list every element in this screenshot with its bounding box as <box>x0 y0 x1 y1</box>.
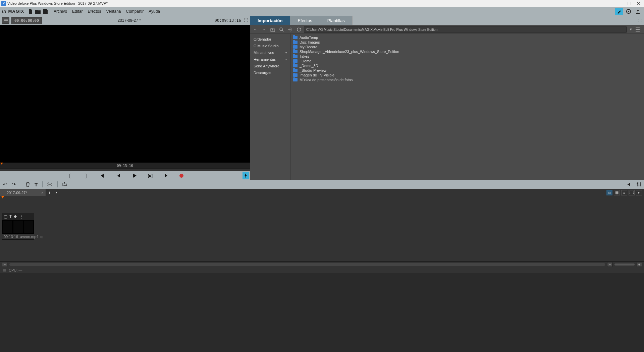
sequence-tab-close[interactable]: × <box>41 191 43 195</box>
path-input[interactable]: C:\Users\G Music Studio\Documents\MAGIX\… <box>304 26 627 33</box>
clip-audio-icon[interactable] <box>14 215 18 219</box>
folder-item[interactable]: _Demo <box>290 59 644 63</box>
view-mode-3[interactable]: ≡ <box>621 190 627 195</box>
menu-efectos[interactable]: Efectos <box>88 9 101 14</box>
tab-efectos[interactable]: Efectos <box>290 16 320 25</box>
mark-out-button[interactable]: ] <box>83 172 90 179</box>
nav-up-button[interactable] <box>269 26 276 33</box>
view-mode-5[interactable]: ▸ <box>636 190 642 195</box>
folder-item[interactable]: My Record <box>290 45 644 49</box>
folder-icon <box>293 45 298 49</box>
close-button[interactable]: ✕ <box>634 1 643 6</box>
view-mode-2[interactable]: ▦ <box>614 190 620 195</box>
minimize-button[interactable]: — <box>616 1 625 6</box>
maximize-button[interactable]: ❐ <box>625 1 634 6</box>
group-button[interactable] <box>62 182 68 187</box>
preview-duration: 00:09:13:16 <box>215 18 241 23</box>
app-icon: V <box>1 1 6 6</box>
redo-button[interactable]: ↷ <box>12 181 16 187</box>
timecode-display[interactable]: 00:00:00:00 <box>11 17 42 24</box>
folder-item[interactable]: Takes <box>290 54 644 59</box>
folder-icon <box>293 41 298 44</box>
folder-icon <box>293 50 298 53</box>
preview-menu-button[interactable] <box>2 17 9 24</box>
nav-back-button[interactable]: ← <box>252 26 259 33</box>
sidebar-g-music-studio[interactable]: G Music Studio <box>250 43 290 49</box>
mixer-button[interactable] <box>637 182 641 187</box>
sidebar-ordenador[interactable]: Ordenador <box>250 36 290 43</box>
view-mode-1[interactable]: ▭ <box>606 190 612 195</box>
view-mode-4[interactable]: ⋮⋮ <box>629 190 635 195</box>
settings-button[interactable] <box>286 26 294 33</box>
zoom-in-button[interactable]: + <box>637 262 642 267</box>
open-folder-button[interactable] <box>34 8 42 15</box>
go-to-end-button[interactable] <box>163 172 170 179</box>
undo-button[interactable]: ↶ <box>3 181 7 187</box>
sequence-dropdown[interactable]: ▾ <box>53 189 59 196</box>
disc-button[interactable] <box>625 8 633 15</box>
preview-filename: 2017-09-27 * <box>44 18 215 23</box>
search-button[interactable] <box>278 26 285 33</box>
sequence-tab[interactable]: 2017-09-27* × <box>0 189 46 196</box>
zoom-out-vertical[interactable]: − <box>2 262 7 267</box>
add-sequence-button[interactable]: + <box>46 189 53 196</box>
zoom-slider[interactable] <box>614 263 635 266</box>
media-panel-expand-button[interactable]: ⛶ <box>636 16 644 25</box>
sidebar-herramientas[interactable]: Herramientas▾ <box>250 56 290 63</box>
preview-scrub-bar[interactable] <box>0 169 250 171</box>
sidebar-mis-archivos[interactable]: Mis archivos▾ <box>250 49 290 56</box>
clip[interactable]: ▢ T ⋮ 09:13:16 aveon.mp4 ⊞ <box>2 213 34 240</box>
tab-plantillas[interactable]: Plantillas <box>320 16 353 25</box>
folder-item[interactable]: AudioTemp <box>290 35 644 40</box>
folder-icon <box>293 64 298 67</box>
clip-title-icon[interactable]: T <box>9 214 12 219</box>
magic-wand-button[interactable] <box>615 8 623 15</box>
sidebar-descargas[interactable]: Descargas <box>250 69 290 76</box>
refresh-icon <box>297 27 301 32</box>
sequence-tabs: 2017-09-27* × + ▾ ▭ ▦ ≡ ⋮⋮ ▸ <box>0 189 644 196</box>
zoom-out-button[interactable]: − <box>607 262 612 267</box>
folder-item[interactable]: _Studio-Preview <box>290 68 644 73</box>
clip-select-icon[interactable]: ▢ <box>4 214 7 219</box>
play-button[interactable] <box>131 172 138 179</box>
clip-more-icon[interactable]: ⋮ <box>20 214 24 219</box>
folder-item[interactable]: _Demo_3D <box>290 63 644 68</box>
refresh-button[interactable] <box>295 26 303 33</box>
record-button[interactable] <box>179 174 183 178</box>
prev-frame-button[interactable] <box>115 172 122 179</box>
menu-items: Archivo Editar Efectos Ventana Compartir… <box>54 9 160 14</box>
timeline-scroll-track[interactable] <box>9 263 605 266</box>
export-button[interactable] <box>634 8 642 15</box>
timeline[interactable]: ▢ T ⋮ 09:13:16 aveon.mp4 ⊞ <box>0 196 644 261</box>
save-button[interactable] <box>42 8 49 15</box>
folder-item[interactable]: Disc Images <box>290 40 644 45</box>
svg-rect-9 <box>639 185 640 185</box>
menu-editar[interactable]: Editar <box>72 9 83 14</box>
fx-toggle-button[interactable] <box>243 172 249 179</box>
view-mode-button[interactable] <box>635 27 643 32</box>
folder-item[interactable]: Música de presentación de fotos <box>290 77 644 82</box>
cut-tool-button[interactable] <box>47 182 53 187</box>
nav-forward-button[interactable]: → <box>260 26 268 33</box>
title-tool-button[interactable]: T <box>35 182 38 187</box>
menu-archivo[interactable]: Archivo <box>54 9 67 14</box>
preview-monitor[interactable] <box>0 25 250 163</box>
path-dropdown[interactable]: ▾ <box>628 27 634 32</box>
new-file-button[interactable] <box>27 8 34 15</box>
mute-button[interactable] <box>627 182 632 187</box>
menu-ayuda[interactable]: Ayuda <box>149 9 160 14</box>
mark-in-button[interactable]: [ <box>67 172 73 179</box>
preview-expand-button[interactable]: ⛶ <box>244 18 248 23</box>
menu-compartir[interactable]: Compartir <box>126 9 144 14</box>
cpu-label: CPU: — <box>9 268 22 272</box>
menu-ventana[interactable]: Ventana <box>106 9 121 14</box>
folder-item[interactable]: Imagen de TV Visible <box>290 73 644 77</box>
sidebar-send-anywhere[interactable]: Send Anywhere <box>250 63 290 69</box>
preview-mini-timeline[interactable]: 09:13:16 <box>0 163 250 169</box>
folder-item[interactable]: ShopManager_Videodeluxe23_plus_Windows_S… <box>290 49 644 54</box>
next-frame-button[interactable]: [▶] <box>147 172 154 179</box>
tab-importacion[interactable]: Importación <box>250 16 290 25</box>
folder-icon <box>293 73 298 77</box>
delete-button[interactable] <box>26 182 30 187</box>
go-to-start-button[interactable] <box>99 172 106 179</box>
